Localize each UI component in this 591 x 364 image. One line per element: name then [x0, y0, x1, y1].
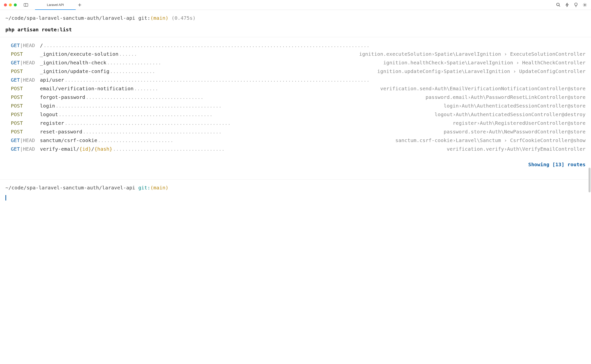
route-dots: ........................................… — [58, 110, 434, 119]
route-controller: Auth\PasswordResetLinkController@store — [471, 93, 586, 102]
route-name: ignition.healthCheck — [383, 58, 444, 67]
route-name: register — [453, 119, 477, 127]
route-method: POST — [11, 110, 40, 119]
svg-line-5 — [559, 5, 560, 7]
route-detail: verify-email/{id}/{hash} ...............… — [40, 145, 586, 153]
route-detail: forgot-password ........................… — [40, 93, 586, 102]
route-name: ignition.updateConfig — [377, 67, 441, 76]
route-row: POSTlogout .............................… — [5, 110, 586, 119]
route-dots: ........................................… — [83, 127, 443, 136]
route-controller: Auth\EmailVerificationNotificationContro… — [435, 84, 586, 93]
command: php artisan route:list — [5, 25, 586, 34]
route-controller: Spatie\LaravelIgnition › UpdateConfigCon… — [444, 67, 586, 76]
window-controls — [4, 3, 17, 6]
route-detail: reset-password .........................… — [40, 127, 586, 136]
route-uri: reset-password — [40, 127, 82, 136]
terminal-pane[interactable]: ~/code/spa-laravel-sanctum-auth/laravel-… — [0, 10, 591, 205]
prompt-timing: (0.475s) — [171, 15, 196, 21]
route-method: GET|HEAD — [11, 145, 40, 153]
prompt-line-2: ~/code/spa-laravel-sanctum-auth/laravel-… — [5, 183, 586, 192]
route-row: POSTemail/verification-notification ....… — [5, 84, 586, 93]
route-dots: ..................................... — [113, 145, 446, 153]
prompt-git-label: git: — [138, 15, 150, 21]
route-uri-param: {hash} — [94, 145, 112, 153]
route-uri: _ignition/health-check — [40, 58, 106, 67]
maximize-window-button[interactable] — [14, 3, 17, 6]
prompt-line-1: ~/code/spa-laravel-sanctum-auth/laravel-… — [5, 14, 586, 22]
cursor — [5, 192, 586, 201]
route-row: POSTforgot-password ....................… — [5, 93, 586, 102]
route-uri: register — [40, 119, 64, 127]
route-dots: ........................................… — [55, 102, 443, 110]
route-detail: _ignition/update-config ............... … — [40, 67, 586, 76]
route-dots: .................. — [107, 58, 383, 67]
route-detail: logout .................................… — [40, 110, 586, 119]
route-controller: Spatie\LaravelIgnition › ExecuteSolution… — [435, 50, 586, 58]
route-method: GET|HEAD — [11, 136, 40, 145]
route-detail: api/user ...............................… — [40, 76, 586, 84]
route-method: POST — [11, 119, 40, 127]
split-pane-icon[interactable] — [24, 3, 28, 7]
svg-rect-0 — [24, 3, 28, 6]
route-method: POST — [11, 67, 40, 76]
tab-bar: Laravel API — [35, 0, 84, 10]
lightbulb-icon[interactable] — [574, 3, 578, 7]
route-method: POST — [11, 102, 40, 110]
route-row: GET|HEADsanctum/csrf-cookie ............… — [5, 136, 586, 145]
prompt-path: ~/code/spa-laravel-sanctum-auth/laravel-… — [5, 15, 135, 21]
route-uri-param: {id} — [79, 145, 91, 153]
tab-laravel-api[interactable]: Laravel API — [35, 0, 76, 10]
route-uri: _ignition/update-config — [40, 67, 110, 76]
scrollbar-thumb[interactable] — [589, 168, 591, 192]
search-icon[interactable] — [556, 3, 560, 7]
bolt-icon[interactable] — [565, 3, 569, 7]
route-method: GET|HEAD — [11, 41, 40, 50]
close-window-button[interactable] — [4, 3, 7, 6]
summary-suffix: routes — [568, 162, 586, 167]
route-name: sanctum.csrf-cookie — [395, 136, 453, 145]
titlebar: Laravel API — [0, 0, 591, 10]
minimize-window-button[interactable] — [9, 3, 12, 6]
route-name: password.email — [425, 93, 468, 102]
route-row: GET|HEADverify-email/{id}/{hash} .......… — [5, 145, 586, 153]
route-dots: ........ — [134, 84, 380, 93]
route-row: POSTregister ...........................… — [5, 119, 586, 127]
route-uri: login — [40, 102, 55, 110]
route-uri: forgot-password — [40, 93, 85, 102]
route-row: POSTreset-password .....................… — [5, 127, 586, 136]
route-controller: Auth\RegisteredUserController@store — [480, 119, 586, 127]
prompt-branch: main — [153, 15, 166, 21]
route-detail: login ..................................… — [40, 102, 586, 110]
route-dots: ........................................… — [43, 41, 585, 50]
route-controller: Auth\AuthenticatedSessionController@dest… — [456, 110, 586, 119]
route-method: GET|HEAD — [11, 58, 40, 67]
route-controller: Auth\AuthenticatedSessionController@stor… — [462, 102, 586, 110]
route-detail: _ignition/health-check .................… — [40, 58, 586, 67]
route-row: GET|HEAD_ignition/health-check .........… — [5, 58, 586, 67]
route-controller: Spatie\LaravelIgnition › HealthCheckCont… — [447, 58, 586, 67]
route-detail: sanctum/csrf-cookie ....................… — [40, 136, 586, 145]
route-detail: / ......................................… — [40, 41, 586, 50]
route-name: login — [444, 102, 459, 110]
route-dots: ....................................... — [86, 93, 425, 102]
route-dots: ...... — [119, 50, 359, 58]
route-name: verification.send — [380, 84, 432, 93]
route-dots: ......................... — [98, 136, 395, 145]
route-controller: Auth\VerifyEmailController — [507, 145, 586, 153]
route-uri: verify-email/ — [40, 145, 79, 153]
route-uri: email/verification-notification — [40, 84, 133, 93]
route-row: GET|HEADapi/user .......................… — [5, 76, 586, 84]
route-dots: ............... — [110, 67, 377, 76]
route-dots: ........................................… — [65, 76, 585, 84]
route-uri: / — [40, 41, 43, 50]
route-method: POST — [11, 127, 40, 136]
route-name: verification.verify — [447, 145, 504, 153]
prompt-git-label: git: — [138, 185, 150, 191]
new-tab-button[interactable] — [76, 0, 84, 10]
route-uri: sanctum/csrf-cookie — [40, 136, 97, 145]
route-name: ignition.executeSolution — [359, 50, 432, 58]
route-controller: Auth\NewPasswordController@store — [489, 127, 586, 136]
route-name: password.store — [444, 127, 486, 136]
route-row: POSTlogin ..............................… — [5, 102, 586, 110]
gear-icon[interactable] — [583, 3, 587, 7]
